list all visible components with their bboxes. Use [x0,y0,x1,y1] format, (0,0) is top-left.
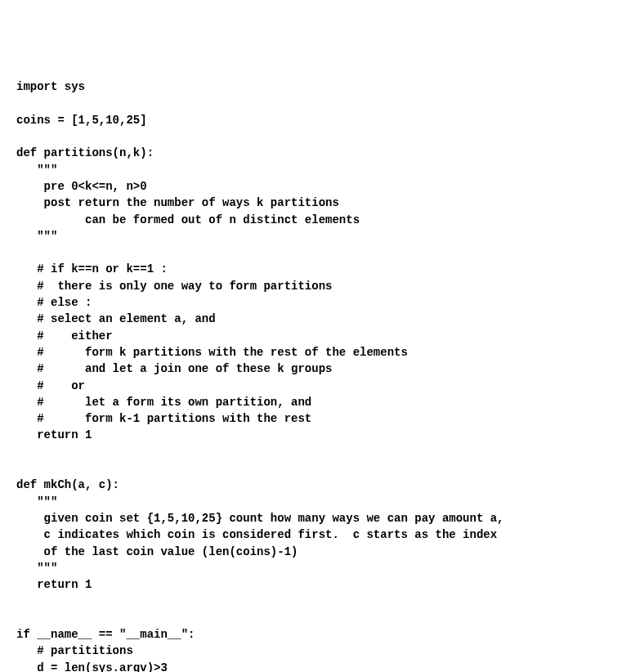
code-block: import sys coins = [1,5,10,25] def parti… [16,78,606,672]
